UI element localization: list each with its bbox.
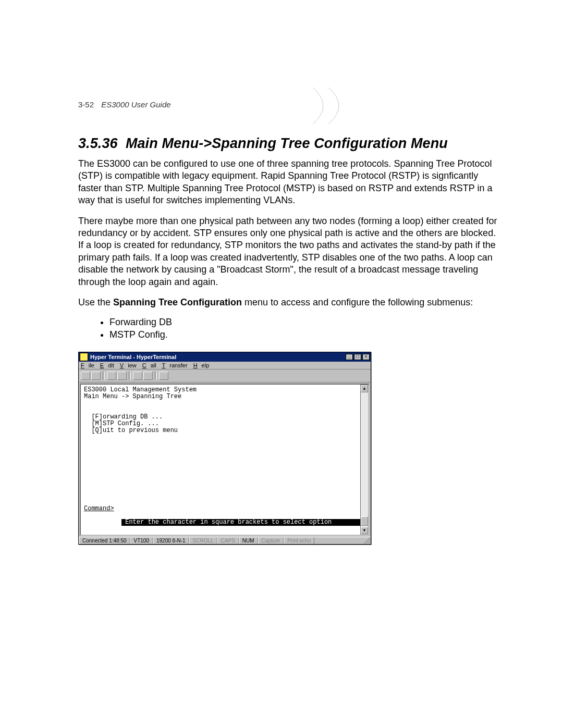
toolbar-connect-icon[interactable]	[107, 372, 116, 380]
paragraph-3-suffix: menu to access and configure the followi…	[242, 297, 473, 307]
scroll-up-icon[interactable]: ▲	[361, 385, 368, 392]
menu-call[interactable]: Call	[142, 362, 156, 368]
window-titlebar[interactable]: Hyper Terminal - HyperTerminal _ □ ×	[79, 352, 371, 362]
page-number: 3-52	[78, 100, 94, 109]
paragraph-1: The ES3000 can be configured to use one …	[78, 158, 500, 207]
menu-help[interactable]: Help	[193, 362, 210, 368]
toolbar-new-icon[interactable]	[81, 372, 90, 380]
toolbar-properties-icon[interactable]	[159, 372, 168, 380]
vertical-scrollbar[interactable]: ▲ ▼	[360, 385, 369, 535]
status-emulation: VT100	[130, 537, 153, 544]
toolbar	[79, 369, 371, 382]
toolbar-disconnect-icon[interactable]	[117, 372, 127, 380]
section-number: 3.5.36	[78, 135, 118, 151]
status-settings: 19200 8-N-1	[153, 537, 189, 544]
paragraph-3-bold: Spanning Tree Configuration	[113, 297, 242, 307]
book-title: ES3000 User Guide	[101, 100, 170, 109]
status-scroll: SCROLL	[189, 537, 217, 544]
hyperterminal-window: Hyper Terminal - HyperTerminal _ □ × Fil…	[78, 352, 371, 545]
scroll-thumb[interactable]	[361, 516, 368, 526]
paragraph-2: There maybe more than one physical path …	[78, 215, 500, 288]
menu-file[interactable]: File	[81, 362, 94, 368]
toolbar-separator	[129, 372, 131, 380]
terminal-text: ES3000 Local Management System Main Menu…	[84, 386, 197, 434]
status-printecho: Print echo	[284, 537, 314, 544]
terminal-instruction: Enter the character in square brackets t…	[121, 519, 370, 526]
resize-grip-icon[interactable]	[364, 537, 370, 544]
status-bar: Connected 1:48:50 VT100 19200 8-N-1 SCRO…	[79, 537, 371, 544]
running-header: 3-52 ES3000 User Guide	[78, 100, 171, 109]
toolbar-separator	[103, 372, 105, 380]
scroll-down-icon[interactable]: ▼	[361, 527, 368, 534]
paragraph-3: Use the Spanning Tree Configuration menu…	[78, 297, 500, 309]
list-item: Forwarding DB	[109, 317, 500, 328]
status-connected: Connected 1:48:50	[79, 537, 130, 544]
toolbar-open-icon[interactable]	[91, 372, 101, 380]
status-num: NUM	[239, 537, 258, 544]
toolbar-receive-icon[interactable]	[143, 372, 153, 380]
app-icon	[80, 353, 88, 361]
maximize-button[interactable]: □	[354, 354, 361, 360]
submenu-list: Forwarding DB MSTP Config.	[78, 317, 500, 340]
toolbar-separator	[155, 372, 157, 380]
status-caps: CAPS	[217, 537, 239, 544]
terminal-prompt[interactable]: Command>	[84, 505, 365, 512]
header-ornament-icon	[313, 88, 375, 124]
close-button[interactable]: ×	[362, 354, 370, 360]
menu-transfer[interactable]: Transfer	[162, 362, 188, 368]
minimize-button[interactable]: _	[346, 354, 353, 360]
section-title-text: Main Menu->Spanning Tree Configuration M…	[126, 135, 448, 151]
terminal-viewport[interactable]: ES3000 Local Management System Main Menu…	[80, 384, 370, 536]
paragraph-3-prefix: Use the	[78, 297, 113, 307]
status-capture: Capture	[258, 537, 284, 544]
section-heading: 3.5.36 Main Menu->Spanning Tree Configur…	[78, 135, 500, 152]
menu-edit[interactable]: Edit	[100, 362, 114, 368]
menu-view[interactable]: View	[120, 362, 137, 368]
window-title: Hyper Terminal - HyperTerminal	[90, 354, 346, 360]
toolbar-send-icon[interactable]	[133, 372, 142, 380]
menu-bar: File Edit View Call Transfer Help	[79, 362, 371, 369]
list-item: MSTP Config.	[109, 329, 500, 340]
